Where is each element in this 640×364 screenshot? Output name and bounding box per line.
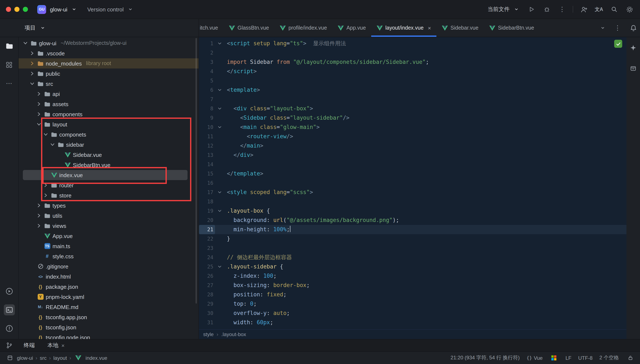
line-number[interactable]: 2 [199,48,215,58]
tree-item-utils[interactable]: utils [19,210,198,221]
indent-widget[interactable]: 2 个空格 [599,354,619,362]
line-number[interactable]: 6 [199,86,215,95]
tree-item-api[interactable]: api [19,89,198,99]
tree-item-node_modules[interactable]: node_moduleslibrary root [19,58,198,68]
tree-item-sidebarbtn.vue[interactable]: SidebarBtn.vue [19,160,198,170]
invite-user-icon[interactable] [579,5,588,14]
chevron-down-icon[interactable] [22,40,28,46]
tree-item-sidebar[interactable]: sidebar [19,140,198,150]
dependencies-icon[interactable] [628,62,639,74]
line-number[interactable]: 29 [199,299,215,308]
chevron-right-icon[interactable] [36,101,42,107]
line-number[interactable]: 4 [199,67,215,76]
fold-icon[interactable] [215,206,224,216]
vcs-menu[interactable]: Version control [87,5,135,14]
more-options-icon[interactable]: ⋮ [557,5,567,14]
notifications-bell-icon[interactable] [628,22,639,34]
line-number[interactable]: 11 [199,132,215,141]
breadcrumb-item[interactable]: .layout-box [221,332,246,337]
line-ending-widget[interactable]: LF [565,355,571,361]
line-number[interactable]: 25 [199,262,215,272]
translate-icon[interactable]: 文A [594,5,604,14]
version-control-icon[interactable] [4,340,15,351]
terminal-tab-local[interactable]: 本地 × [47,342,65,349]
tab-glassbtn.vue[interactable]: GlassBtn.vue [224,19,275,37]
tree-item-src[interactable]: src [19,79,198,89]
tab-layout/index.vue[interactable]: layout/index.vue× [371,19,437,37]
tree-item-style.css[interactable]: #style.css [19,251,198,261]
line-number[interactable]: 30 [199,308,215,318]
tab-options-icon[interactable]: ⋮ [613,23,622,32]
fold-icon[interactable] [215,262,224,272]
language-service-widget[interactable]: {} Vue [527,355,543,361]
tab-itch.vue[interactable]: itch.vue [199,19,224,37]
tree-item-sidebar.vue[interactable]: Sidebar.vue [19,150,198,160]
fold-icon[interactable] [215,39,224,48]
debug-bug-icon[interactable] [542,5,552,14]
tree-item-tsconfig.json[interactable]: {}tsconfig.json [19,322,198,332]
more-tool-windows-icon[interactable]: ⋯ [4,78,15,89]
tree-item-layout[interactable]: layout [19,119,198,129]
line-number[interactable]: 7 [199,95,215,104]
code-editor[interactable]: 1<script setup lang="ts"> 显示组件用法23import… [199,37,626,329]
line-number[interactable]: 17 [199,188,215,197]
breadcrumb-item[interactable]: style [203,332,214,337]
project-folder-icon[interactable] [4,40,15,52]
tab-list-chevron-icon[interactable] [598,23,607,32]
line-number[interactable]: 28 [199,290,215,299]
inspections-ok-icon[interactable] [614,40,622,48]
tree-item-public[interactable]: public [19,68,198,79]
tree-item-readme.md[interactable]: M↓README.md [19,302,198,312]
breadcrumb-item[interactable]: index.vue [86,355,107,361]
chevron-right-icon[interactable] [36,212,42,219]
zoom-button[interactable] [23,7,28,12]
line-number[interactable]: 8 [199,104,215,113]
tree-item-types[interactable]: types [19,200,198,210]
tree-item-.vscode[interactable]: .vscode [19,48,198,58]
project-menu[interactable]: glow-ui [50,5,79,14]
line-number[interactable]: 22 [199,234,215,244]
line-number[interactable]: 32 [199,327,215,329]
tree-item-assets[interactable]: assets [19,99,198,109]
tree-item-.gitignore[interactable]: .gitignore [19,261,198,272]
chevron-right-icon[interactable] [36,222,42,229]
tree-item-glow-ui[interactable]: glow-ui~/WebstormProjects/glow-ui [19,38,198,48]
search-icon[interactable] [609,5,619,14]
line-number[interactable]: 19 [199,206,215,216]
chevron-right-icon[interactable] [36,91,42,97]
lock-icon[interactable] [626,353,635,362]
tree-item-tsconfig.app.json[interactable]: {}tsconfig.app.json [19,312,198,322]
project-panel-header[interactable]: 项目 [19,19,199,37]
tree-item-store[interactable]: store [19,190,198,200]
chevron-right-icon[interactable] [29,70,35,77]
line-number[interactable]: 24 [199,253,215,262]
tab-app.vue[interactable]: App.vue [332,19,371,37]
line-number[interactable]: 26 [199,272,215,281]
run-play-icon[interactable] [527,5,536,14]
settings-gear-icon[interactable] [625,5,634,14]
line-number[interactable]: 31 [199,318,215,327]
tree-item-componets[interactable]: componets [19,129,198,140]
line-number[interactable]: 23 [199,244,215,253]
chevron-right-icon[interactable] [42,192,49,198]
line-number[interactable]: 16 [199,178,215,188]
chevron-down-icon[interactable] [49,142,56,148]
tree-item-index.vue[interactable]: index.vue [23,170,187,180]
chevron-down-icon[interactable] [29,80,35,87]
line-number[interactable]: 9 [199,113,215,122]
tree-item-components[interactable]: components [19,109,198,119]
line-number[interactable]: 14 [199,160,215,169]
panel-scrollbar[interactable] [195,38,197,304]
terminal-title[interactable]: 终端 [24,342,35,349]
chevron-right-icon[interactable] [36,111,42,117]
tree-item-app.vue[interactable]: App.vue [19,231,198,241]
line-number[interactable]: 10 [199,122,215,132]
line-number[interactable]: 5 [199,76,215,86]
tree-item-views[interactable]: views [19,221,198,231]
line-number[interactable]: 13 [199,150,215,160]
line-number[interactable]: 3 [199,58,215,67]
tree-item-router[interactable]: router [19,180,198,190]
chevron-right-icon[interactable] [29,50,35,56]
caret-position-widget[interactable]: 21:20 (934 字符, 54 行 换行符) [451,354,520,362]
chevron-down-icon[interactable] [36,121,42,128]
